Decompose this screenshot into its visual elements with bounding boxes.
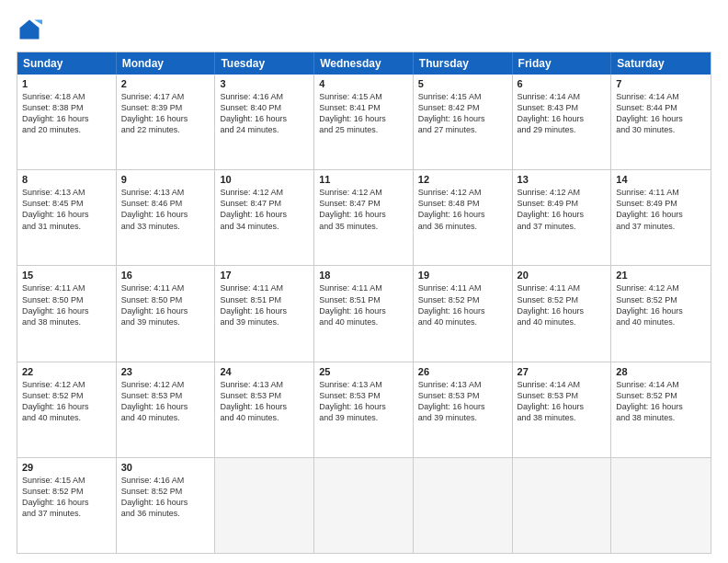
- day-info: Sunrise: 4:14 AM Sunset: 8:52 PM Dayligh…: [616, 379, 706, 424]
- day-info: Sunrise: 4:12 AM Sunset: 8:47 PM Dayligh…: [220, 187, 309, 232]
- day-number: 8: [22, 174, 111, 185]
- logo: [17, 17, 46, 42]
- cal-day-15: 15Sunrise: 4:11 AM Sunset: 8:50 PM Dayli…: [17, 266, 117, 361]
- cal-day-29: 29Sunrise: 4:15 AM Sunset: 8:52 PM Dayli…: [17, 458, 117, 553]
- day-info: Sunrise: 4:13 AM Sunset: 8:45 PM Dayligh…: [22, 187, 111, 232]
- header: [17, 17, 711, 42]
- day-number: 17: [220, 270, 309, 281]
- cal-header-thursday: Thursday: [414, 52, 513, 75]
- cal-day-24: 24Sunrise: 4:13 AM Sunset: 8:53 PM Dayli…: [215, 362, 314, 457]
- cal-day-25: 25Sunrise: 4:13 AM Sunset: 8:53 PM Dayli…: [314, 362, 414, 457]
- day-number: 10: [220, 174, 309, 185]
- day-number: 7: [616, 78, 706, 89]
- day-info: Sunrise: 4:15 AM Sunset: 8:52 PM Dayligh…: [22, 475, 111, 520]
- day-info: Sunrise: 4:11 AM Sunset: 8:51 PM Dayligh…: [220, 282, 309, 327]
- day-number: 25: [319, 366, 408, 377]
- day-number: 9: [121, 174, 210, 185]
- day-info: Sunrise: 4:15 AM Sunset: 8:42 PM Dayligh…: [418, 91, 507, 136]
- day-number: 26: [418, 366, 507, 377]
- day-info: Sunrise: 4:15 AM Sunset: 8:41 PM Dayligh…: [319, 91, 408, 136]
- cal-day-21: 21Sunrise: 4:12 AM Sunset: 8:52 PM Dayli…: [611, 266, 711, 361]
- day-number: 24: [220, 366, 309, 377]
- day-number: 14: [616, 174, 706, 185]
- cal-day-empty: [314, 458, 414, 553]
- calendar-body: 1Sunrise: 4:18 AM Sunset: 8:38 PM Daylig…: [17, 75, 711, 553]
- cal-week-2: 8Sunrise: 4:13 AM Sunset: 8:45 PM Daylig…: [17, 169, 711, 265]
- day-number: 12: [418, 174, 507, 185]
- cal-day-9: 9Sunrise: 4:13 AM Sunset: 8:46 PM Daylig…: [117, 170, 216, 265]
- day-number: 6: [518, 78, 607, 89]
- day-number: 18: [319, 270, 408, 281]
- cal-day-19: 19Sunrise: 4:11 AM Sunset: 8:52 PM Dayli…: [414, 266, 513, 361]
- cal-day-28: 28Sunrise: 4:14 AM Sunset: 8:52 PM Dayli…: [611, 362, 711, 457]
- day-info: Sunrise: 4:14 AM Sunset: 8:53 PM Dayligh…: [518, 379, 607, 424]
- cal-header-wednesday: Wednesday: [314, 52, 414, 75]
- day-info: Sunrise: 4:11 AM Sunset: 8:49 PM Dayligh…: [616, 187, 706, 232]
- cal-day-empty: [215, 458, 314, 553]
- day-number: 21: [616, 270, 706, 281]
- cal-week-4: 22Sunrise: 4:12 AM Sunset: 8:52 PM Dayli…: [17, 362, 711, 457]
- cal-header-saturday: Saturday: [611, 52, 711, 75]
- cal-header-sunday: Sunday: [17, 52, 117, 75]
- cal-day-13: 13Sunrise: 4:12 AM Sunset: 8:49 PM Dayli…: [513, 170, 612, 265]
- cal-day-17: 17Sunrise: 4:11 AM Sunset: 8:51 PM Dayli…: [215, 266, 314, 361]
- day-info: Sunrise: 4:11 AM Sunset: 8:52 PM Dayligh…: [518, 282, 607, 327]
- cal-week-3: 15Sunrise: 4:11 AM Sunset: 8:50 PM Dayli…: [17, 265, 711, 361]
- cal-day-20: 20Sunrise: 4:11 AM Sunset: 8:52 PM Dayli…: [513, 266, 612, 361]
- cal-day-7: 7Sunrise: 4:14 AM Sunset: 8:44 PM Daylig…: [611, 75, 711, 169]
- cal-day-11: 11Sunrise: 4:12 AM Sunset: 8:47 PM Dayli…: [314, 170, 414, 265]
- day-info: Sunrise: 4:11 AM Sunset: 8:50 PM Dayligh…: [22, 282, 111, 327]
- calendar-header-row: SundayMondayTuesdayWednesdayThursdayFrid…: [17, 52, 711, 75]
- cal-day-18: 18Sunrise: 4:11 AM Sunset: 8:51 PM Dayli…: [314, 266, 414, 361]
- cal-day-23: 23Sunrise: 4:12 AM Sunset: 8:53 PM Dayli…: [117, 362, 216, 457]
- cal-day-2: 2Sunrise: 4:17 AM Sunset: 8:39 PM Daylig…: [117, 75, 216, 169]
- cal-day-30: 30Sunrise: 4:16 AM Sunset: 8:52 PM Dayli…: [117, 458, 216, 553]
- day-info: Sunrise: 4:13 AM Sunset: 8:53 PM Dayligh…: [220, 379, 309, 424]
- cal-day-10: 10Sunrise: 4:12 AM Sunset: 8:47 PM Dayli…: [215, 170, 314, 265]
- day-info: Sunrise: 4:14 AM Sunset: 8:43 PM Dayligh…: [518, 91, 607, 136]
- cal-header-monday: Monday: [117, 52, 216, 75]
- cal-day-empty: [611, 458, 711, 553]
- day-number: 20: [518, 270, 607, 281]
- day-number: 22: [22, 366, 111, 377]
- cal-header-friday: Friday: [513, 52, 612, 75]
- cal-week-5: 29Sunrise: 4:15 AM Sunset: 8:52 PM Dayli…: [17, 457, 711, 553]
- svg-marker-0: [20, 20, 40, 40]
- cal-day-8: 8Sunrise: 4:13 AM Sunset: 8:45 PM Daylig…: [17, 170, 117, 265]
- day-number: 30: [121, 462, 210, 473]
- cal-day-5: 5Sunrise: 4:15 AM Sunset: 8:42 PM Daylig…: [414, 75, 513, 169]
- day-info: Sunrise: 4:12 AM Sunset: 8:47 PM Dayligh…: [319, 187, 408, 232]
- day-info: Sunrise: 4:13 AM Sunset: 8:46 PM Dayligh…: [121, 187, 210, 232]
- cal-header-tuesday: Tuesday: [215, 52, 314, 75]
- day-number: 29: [22, 462, 111, 473]
- cal-week-1: 1Sunrise: 4:18 AM Sunset: 8:38 PM Daylig…: [17, 75, 711, 169]
- cal-day-12: 12Sunrise: 4:12 AM Sunset: 8:48 PM Dayli…: [414, 170, 513, 265]
- day-info: Sunrise: 4:12 AM Sunset: 8:48 PM Dayligh…: [418, 187, 507, 232]
- cal-day-1: 1Sunrise: 4:18 AM Sunset: 8:38 PM Daylig…: [17, 75, 117, 169]
- cal-day-22: 22Sunrise: 4:12 AM Sunset: 8:52 PM Dayli…: [17, 362, 117, 457]
- day-info: Sunrise: 4:16 AM Sunset: 8:40 PM Dayligh…: [220, 91, 309, 136]
- day-info: Sunrise: 4:11 AM Sunset: 8:52 PM Dayligh…: [418, 282, 507, 327]
- svg-marker-1: [34, 20, 42, 25]
- day-number: 16: [121, 270, 210, 281]
- day-info: Sunrise: 4:11 AM Sunset: 8:50 PM Dayligh…: [121, 282, 210, 327]
- cal-day-empty: [513, 458, 612, 553]
- cal-day-4: 4Sunrise: 4:15 AM Sunset: 8:41 PM Daylig…: [314, 75, 414, 169]
- cal-day-6: 6Sunrise: 4:14 AM Sunset: 8:43 PM Daylig…: [513, 75, 612, 169]
- day-number: 13: [518, 174, 607, 185]
- day-info: Sunrise: 4:16 AM Sunset: 8:52 PM Dayligh…: [121, 475, 210, 520]
- day-number: 1: [22, 78, 111, 89]
- day-number: 5: [418, 78, 507, 89]
- page: SundayMondayTuesdayWednesdayThursdayFrid…: [0, 0, 728, 563]
- cal-day-16: 16Sunrise: 4:11 AM Sunset: 8:50 PM Dayli…: [117, 266, 216, 361]
- cal-day-27: 27Sunrise: 4:14 AM Sunset: 8:53 PM Dayli…: [513, 362, 612, 457]
- day-number: 23: [121, 366, 210, 377]
- day-info: Sunrise: 4:12 AM Sunset: 8:52 PM Dayligh…: [616, 282, 706, 327]
- cal-day-14: 14Sunrise: 4:11 AM Sunset: 8:49 PM Dayli…: [611, 170, 711, 265]
- day-number: 15: [22, 270, 111, 281]
- cal-day-26: 26Sunrise: 4:13 AM Sunset: 8:53 PM Dayli…: [414, 362, 513, 457]
- day-number: 19: [418, 270, 507, 281]
- day-info: Sunrise: 4:17 AM Sunset: 8:39 PM Dayligh…: [121, 91, 210, 136]
- day-number: 11: [319, 174, 408, 185]
- day-info: Sunrise: 4:13 AM Sunset: 8:53 PM Dayligh…: [418, 379, 507, 424]
